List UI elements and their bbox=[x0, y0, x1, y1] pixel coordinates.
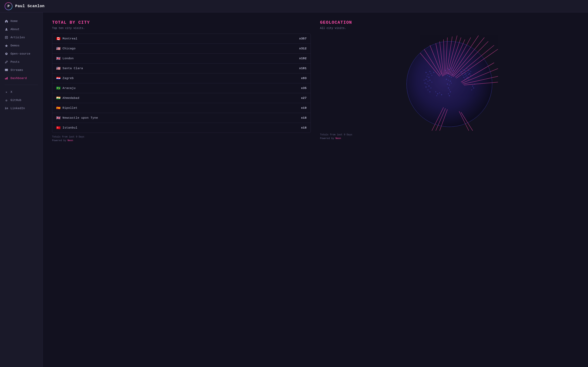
svg-point-26 bbox=[427, 84, 427, 84]
city-row: 🇧🇷 Aracaju x35 bbox=[52, 83, 311, 93]
svg-point-16 bbox=[427, 76, 427, 77]
svg-point-42 bbox=[449, 76, 450, 77]
city-row: 🇹🇷 Istanbul x18 bbox=[52, 123, 311, 133]
sidebar-item-demos[interactable]: Demos bbox=[0, 42, 43, 50]
x-icon: ✕ bbox=[5, 90, 8, 94]
svg-point-20 bbox=[424, 80, 424, 81]
posts-icon bbox=[5, 60, 8, 64]
city-left: 🇹🇷 Istanbul bbox=[56, 126, 78, 130]
home-icon bbox=[5, 19, 8, 23]
geolocation-subtitle: All city visits. bbox=[320, 27, 579, 30]
svg-point-60 bbox=[470, 71, 471, 72]
nav-label-dashboard: Dashboard bbox=[10, 77, 27, 80]
sidebar-item-linkedin[interactable]: in LinkedIn bbox=[0, 104, 43, 112]
svg-point-14 bbox=[430, 71, 431, 72]
city-name: Aracaju bbox=[63, 87, 76, 90]
city-left: 🇪🇸 Ripollet bbox=[56, 106, 78, 110]
city-count: x18 bbox=[301, 116, 307, 120]
nav-label-posts: Posts bbox=[10, 60, 20, 64]
svg-point-51 bbox=[449, 90, 450, 90]
city-footer-line2: Powered by Neon bbox=[52, 139, 311, 142]
globe-svg: /* dots generated below */ bbox=[320, 33, 579, 131]
nav-divider bbox=[5, 85, 38, 85]
svg-point-78 bbox=[437, 93, 438, 94]
svg-point-68 bbox=[467, 75, 467, 76]
city-left: 🇧🇷 Aracaju bbox=[56, 86, 76, 90]
svg-point-74 bbox=[465, 79, 465, 80]
svg-point-28 bbox=[431, 88, 431, 88]
city-left: 🇺🇸 Santa Clara bbox=[56, 66, 83, 70]
svg-point-54 bbox=[449, 95, 450, 96]
nav-label-x: X bbox=[10, 91, 12, 94]
city-count: x192 bbox=[299, 57, 307, 60]
about-icon bbox=[5, 28, 8, 31]
svg-point-13 bbox=[428, 74, 428, 75]
city-left: 🇭🇷 Zagreb bbox=[56, 76, 74, 80]
svg-point-44 bbox=[446, 79, 447, 80]
svg-rect-7 bbox=[6, 78, 7, 79]
svg-point-52 bbox=[450, 92, 451, 92]
svg-point-27 bbox=[429, 86, 430, 87]
geolocation-title: GEOLOCATION bbox=[320, 20, 579, 25]
open-source-icon bbox=[5, 52, 8, 56]
svg-point-63 bbox=[466, 73, 467, 74]
city-neon-link[interactable]: Neon bbox=[68, 139, 73, 142]
city-footer-line1: Totals from last 9 Days bbox=[52, 135, 311, 139]
svg-rect-6 bbox=[5, 78, 6, 79]
city-flag: 🇪🇸 bbox=[56, 106, 61, 110]
sidebar-item-dashboard[interactable]: Dashboard bbox=[0, 74, 43, 82]
city-count: x35 bbox=[301, 87, 307, 90]
svg-point-43 bbox=[451, 77, 452, 78]
sidebar-item-streams[interactable]: Streams bbox=[0, 66, 43, 74]
city-name: Ahmedabad bbox=[63, 97, 79, 100]
city-name: Chicago bbox=[63, 47, 76, 50]
svg-point-22 bbox=[428, 81, 428, 82]
city-row: 🇬🇧 Newcastle upon Tyne x18 bbox=[52, 113, 311, 123]
svg-rect-8 bbox=[7, 77, 8, 79]
svg-point-65 bbox=[469, 73, 470, 74]
city-flag: 🇭🇷 bbox=[56, 76, 61, 80]
svg-point-67 bbox=[465, 74, 466, 75]
sidebar-item-articles[interactable]: Articles bbox=[0, 33, 43, 42]
svg-point-49 bbox=[449, 85, 450, 85]
main-content: TOTAL BY CITY Top ten city visits. 🇨🇦 Mo… bbox=[43, 12, 588, 367]
city-row: 🇺🇸 Santa Clara x101 bbox=[52, 64, 311, 73]
city-left: 🇬🇧 Newcastle upon Tyne bbox=[56, 116, 98, 120]
city-row: 🇪🇸 Ripollet x19 bbox=[52, 103, 311, 113]
nav-label-home: Home bbox=[10, 20, 18, 23]
svg-point-76 bbox=[468, 79, 469, 80]
globe-container: /* dots generated below */ bbox=[320, 33, 579, 131]
city-count: x357 bbox=[299, 37, 307, 40]
sidebar-item-home[interactable]: Home bbox=[0, 17, 43, 25]
svg-point-53 bbox=[448, 93, 449, 94]
sidebar-item-posts[interactable]: Posts bbox=[0, 58, 43, 66]
svg-point-72 bbox=[466, 76, 466, 77]
sidebar-item-about[interactable]: About bbox=[0, 25, 43, 33]
svg-point-11 bbox=[406, 41, 492, 127]
svg-point-56 bbox=[463, 69, 463, 70]
city-flag: 🇧🇷 bbox=[56, 86, 61, 90]
svg-point-29 bbox=[426, 87, 427, 88]
nav-section: Home About Articles Demos Open-source Po… bbox=[0, 17, 43, 362]
sidebar-item-x[interactable]: ✕ X bbox=[0, 88, 43, 96]
svg-point-21 bbox=[426, 79, 427, 80]
svg-point-85 bbox=[471, 90, 472, 90]
svg-point-45 bbox=[448, 80, 449, 81]
city-name: Newcastle upon Tyne bbox=[63, 116, 98, 120]
svg-point-12 bbox=[426, 72, 427, 73]
svg-rect-3 bbox=[6, 37, 7, 38]
svg-point-50 bbox=[448, 88, 449, 89]
svg-point-35 bbox=[451, 68, 452, 68]
linkedin-icon: in bbox=[5, 107, 8, 110]
articles-icon bbox=[5, 36, 8, 39]
nav-label-open-source: Open-source bbox=[10, 52, 30, 56]
svg-point-47 bbox=[451, 83, 452, 83]
dashboard-icon bbox=[5, 76, 8, 80]
sidebar-item-github[interactable]: ◎ GitHub bbox=[0, 96, 43, 104]
city-row: 🇮🇳 Ahmedabad x27 bbox=[52, 93, 311, 103]
sidebar-item-open-source[interactable]: Open-source bbox=[0, 50, 43, 58]
city-panel-footer: Totals from last 9 Days Powered by Neon bbox=[52, 135, 311, 142]
city-footer-prefix: Powered by bbox=[52, 139, 68, 142]
svg-point-61 bbox=[462, 73, 463, 74]
geo-neon-link[interactable]: Neon bbox=[335, 137, 341, 140]
